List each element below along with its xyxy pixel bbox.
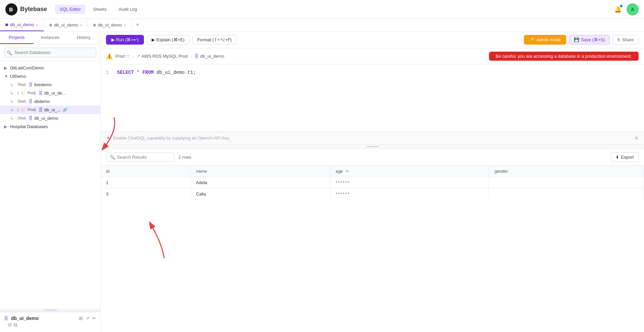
- branch-icon-uidemotest: ↳: [10, 116, 15, 121]
- sidebar-edit-icon[interactable]: ✏: [92, 316, 96, 321]
- save-button[interactable]: 💾 Save (⌘+S): [569, 35, 610, 45]
- table-row: 3 Calla ******: [101, 188, 644, 200]
- tab-1[interactable]: db_ui_demo ×: [44, 19, 88, 31]
- save-icon: 💾: [574, 37, 579, 42]
- sidebar-bottom-icons: ⊞ ↗ ✏: [79, 316, 96, 321]
- cell-age-0: ******: [330, 177, 489, 188]
- tree-label-hospital: Hospital Databases: [10, 124, 48, 129]
- shield-icon-active: 🛡: [21, 108, 25, 112]
- bc-prod: Prod 🛡: [115, 54, 129, 59]
- tree-label-uideprod: db_ui_de...: [44, 91, 66, 96]
- explain-button[interactable]: ▶ Explain (⌘+E): [147, 35, 190, 45]
- tab-0[interactable]: db_ui_demo ×: [0, 19, 44, 31]
- chatsql-bar: ✦ Enable ChatSQL capability by supplying…: [101, 131, 644, 145]
- chatsql-close-button[interactable]: ✕: [634, 135, 639, 141]
- sidebar-search-icon: 🔍: [7, 50, 12, 55]
- cell-name-0: Adela: [191, 177, 330, 188]
- tree-label-gitlab: GitLabComDemo: [10, 65, 44, 70]
- results-search-input[interactable]: [117, 155, 171, 160]
- tab-2[interactable]: db_ui_demo ×: [88, 19, 132, 31]
- sidebar-external-icon[interactable]: ↗: [86, 316, 90, 321]
- link-icon-active[interactable]: 🔗: [62, 108, 67, 112]
- tab-add[interactable]: +: [132, 21, 144, 29]
- save-label: Save (⌘+S): [581, 37, 605, 42]
- results-table-wrapper: id name age 👁 gender: [101, 166, 644, 332]
- tab-label-0: db_ui_demo: [10, 22, 34, 27]
- admin-mode-button[interactable]: 🔑 Admin mode: [524, 35, 566, 45]
- tree-label-livedemo: livedemo: [34, 82, 52, 87]
- line-number-1: 1: [106, 70, 109, 75]
- bell-button[interactable]: 🔔: [612, 3, 624, 15]
- tree-label-dbdemo: dbdemo: [34, 99, 50, 104]
- sidebar-tab-history[interactable]: History: [67, 32, 100, 44]
- resize-handle[interactable]: [101, 145, 644, 149]
- tree-db-ui-prod-active[interactable]: ↳ (🛡 Prod) 🗄 db_ui_... 🔗: [0, 106, 100, 114]
- db-icon-bottom: 🗄: [4, 316, 8, 321]
- cell-name-1: Calla: [191, 188, 330, 200]
- tree-db-uideprod[interactable]: ↳ (🛡 Prod) 🗄 db_ui_de...: [0, 89, 100, 97]
- tree-label-uidemo: UIDemo: [10, 74, 26, 79]
- share-button[interactable]: ⎘ Share: [612, 35, 639, 45]
- sql-table-ref: db_ui_demo.t1;: [156, 70, 196, 75]
- bc-instance: ↗ AWS RDS MySQL Prod: [137, 54, 188, 59]
- db-icon-dbdemo: 🗄: [29, 99, 33, 104]
- results-toolbar: 🔍 2 rows ⬇ Export: [101, 149, 644, 166]
- export-icon: ⬇: [615, 155, 619, 160]
- tab-dot-2: [93, 24, 96, 26]
- tab-close-1[interactable]: ×: [80, 23, 82, 27]
- sidebar-bottom: 🗄 db_ui_demo ⊞ ↗ ✏ ⊟ t1: [0, 312, 100, 332]
- cell-gender-1: [489, 188, 644, 200]
- tree-db-livedemo[interactable]: ↳ (Test) 🗄 livedemo: [0, 80, 100, 89]
- table-entry-t1[interactable]: ⊟ t1: [4, 321, 96, 329]
- sidebar-tabs: Projects Instances History: [0, 32, 100, 44]
- logo-text: Bytebase: [20, 6, 47, 13]
- sidebar-tab-instances[interactable]: Instances: [34, 32, 67, 44]
- admin-label: Admin mode: [536, 37, 561, 42]
- tree-group-uidemo[interactable]: ▼ UIDemo: [0, 72, 100, 80]
- branch-icon-livedemo: ↳: [10, 82, 15, 87]
- nav-audit-log[interactable]: Audit Log: [114, 5, 142, 14]
- sidebar-search-input[interactable]: [4, 48, 96, 57]
- col-masked-icon: 👁: [345, 169, 349, 173]
- tab-close-2[interactable]: ×: [124, 23, 126, 27]
- avatar[interactable]: A: [627, 3, 639, 15]
- code-editor[interactable]: 1 SELECT * FROM db_ui_demo.t1;: [101, 64, 644, 131]
- kw-from: FROM: [142, 70, 154, 75]
- tab-close-0[interactable]: ×: [36, 23, 38, 27]
- run-button[interactable]: ▶ Run (⌘+↵): [106, 35, 144, 45]
- export-button[interactable]: ⬇ Export: [610, 152, 639, 162]
- chatsql-placeholder[interactable]: Enable ChatSQL capability by supplying a…: [113, 135, 632, 141]
- shield-icon-uideprod: 🛡: [21, 91, 25, 95]
- tab-dot-1: [49, 24, 52, 26]
- logo-icon: [5, 3, 17, 15]
- cell-age-1: ******: [330, 188, 489, 200]
- results-search-icon: 🔍: [110, 155, 115, 160]
- share-label: Share: [622, 37, 634, 42]
- table-icon: ⊟: [8, 322, 12, 327]
- sidebar-grid-icon[interactable]: ⊞: [79, 316, 83, 321]
- bell-badge: [620, 5, 623, 7]
- db-icon-uideprod: 🗄: [39, 91, 43, 96]
- tree-group-hospital[interactable]: ▶ Hospital Databases: [0, 122, 100, 131]
- tree-group-gitlab[interactable]: ▶ GitLabComDemo: [0, 64, 100, 72]
- table-header-row: id name age 👁 gender: [101, 166, 644, 177]
- top-nav: Bytebase SQL Editor Sheets Audit Log 🔔 A: [0, 0, 644, 19]
- bc-instance-icon: ↗: [137, 54, 140, 59]
- bc-db-icon: 🗄: [195, 54, 199, 59]
- warning-banner: Be careful, you are accessing a database…: [489, 52, 639, 61]
- sidebar-bottom-header: 🗄 db_ui_demo ⊞ ↗ ✏: [4, 316, 96, 321]
- tree-db-uidemo-test[interactable]: ↳ (Test) 🗄 db_ui_demo: [0, 114, 100, 122]
- sidebar: Projects Instances History 🔍 ▶ GitLabCom…: [0, 32, 101, 332]
- format-button[interactable]: Format (⇧+⌥+F): [192, 35, 237, 45]
- nav-sql-editor[interactable]: SQL Editor: [55, 5, 86, 14]
- branch-icon-dbdemo: ↳: [10, 99, 15, 104]
- row-count: 2 rows: [178, 155, 191, 160]
- bc-db-label: db_ui_demo: [200, 54, 224, 59]
- sidebar-tab-projects[interactable]: Projects: [0, 32, 34, 44]
- logo: Bytebase: [5, 3, 47, 15]
- results-search-box: 🔍: [106, 153, 174, 162]
- tree-db-dbdemo[interactable]: ↳ (Test) 🗄 dbdemo: [0, 97, 100, 106]
- tab-bar: db_ui_demo × db_ui_demo × db_ui_demo × +: [0, 19, 644, 32]
- nav-sheets[interactable]: Sheets: [88, 5, 111, 14]
- breadcrumb-bar: ⚠️ Prod 🛡 › ↗ AWS RDS MySQL Prod › 🗄 db_…: [101, 48, 644, 64]
